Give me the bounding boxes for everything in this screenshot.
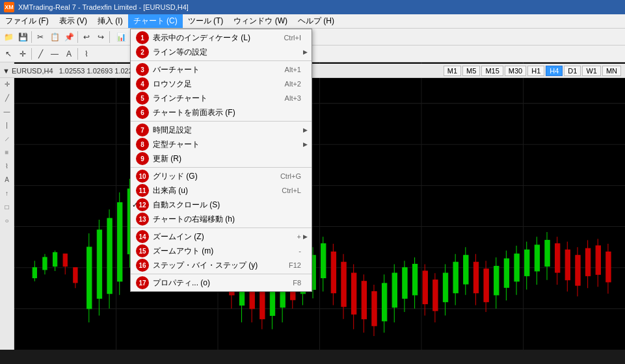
menu-item-zoom-out[interactable]: 15 ズームアウト (m) - — [131, 244, 312, 258]
menu-help[interactable]: ヘルプ (H) — [293, 14, 339, 28]
badge-14: 14 — [136, 230, 149, 243]
item-label-2: ライン等の設定 — [153, 47, 301, 58]
menu-item-indicators[interactable]: 1 表示中のインディケータ (L) Ctrl+I — [131, 31, 312, 45]
menu-view[interactable]: 表示 (V) — [54, 14, 92, 28]
badge-8: 8 — [136, 138, 149, 151]
menu-item-foreground[interactable]: 6 チャートを前面表示 (F) — [131, 105, 312, 120]
window-title: XMTrading-Real 7 - Tradexfin Limited - [… — [18, 3, 189, 11]
item-label-6: チャートを前面表示 (F) — [153, 107, 301, 118]
item-label-15: ズームアウト (m) — [153, 246, 299, 257]
shortcut-3: Alt+1 — [285, 66, 301, 73]
menu-item-scroll-right[interactable]: 13 チャートの右端移動 (h) — [131, 212, 312, 226]
badge-12: 12 — [136, 198, 149, 211]
item-label-14: ズームイン (Z) — [153, 231, 297, 242]
item-label-13: チャートの右端移動 (h) — [153, 214, 301, 225]
menu-bar: ファイル (F) 表示 (V) 挿入 (I) チャート (C) ツール (T) … — [0, 14, 625, 29]
sep-5 — [131, 274, 312, 274]
menu-item-volume[interactable]: 11 出来高 (u) Ctrl+L — [131, 183, 312, 198]
badge-6: 6 — [136, 106, 149, 119]
menu-item-line-chart[interactable]: 5 ラインチャート Alt+3 — [131, 91, 312, 105]
sep-2 — [131, 121, 312, 122]
shortcut-15: - — [299, 247, 301, 255]
menu-chart[interactable]: チャート (C) — [128, 14, 183, 28]
item-label-3: バーチャート — [153, 64, 285, 75]
chart-dropdown-menu: 1 表示中のインディケータ (L) Ctrl+I 2 ライン等の設定 3 バーチ… — [130, 29, 312, 292]
item-label-7: 時間足設定 — [153, 125, 301, 136]
item-label-5: ラインチャート — [153, 93, 285, 104]
item-label-9: 更新 (R) — [153, 153, 301, 164]
shortcut-1: Ctrl+I — [284, 34, 301, 42]
menu-item-grid[interactable]: 10 グリッド (G) Ctrl+G — [131, 169, 312, 183]
shortcut-10: Ctrl+G — [280, 172, 301, 180]
sep-3 — [131, 167, 312, 168]
item-label-8: 定型チャート — [153, 139, 301, 150]
item-label-12: 自動スクロール (S) — [153, 200, 301, 211]
shortcut-4: Alt+2 — [285, 80, 301, 88]
item-label-4: ロウソク足 — [153, 79, 285, 90]
menu-insert[interactable]: 挿入 (I) — [92, 14, 128, 28]
shortcut-5: Alt+3 — [285, 94, 301, 102]
badge-10: 10 — [136, 170, 149, 183]
menu-overlay[interactable] — [0, 29, 625, 364]
item-label-1: 表示中のインディケータ (L) — [153, 32, 284, 44]
menu-window[interactable]: ウィンドウ (W) — [228, 14, 293, 28]
sep-4 — [131, 228, 312, 228]
menu-item-template[interactable]: 8 定型チャート — [131, 137, 312, 151]
menu-item-autoscroll[interactable]: 12 自動スクロール (S) — [131, 198, 312, 212]
app-logo: XM — [4, 2, 14, 12]
shortcut-17: F8 — [293, 279, 301, 287]
menu-item-properties[interactable]: 17 プロパティ... (o) F8 — [131, 276, 312, 290]
item-label-10: グリッド (G) — [153, 171, 280, 182]
badge-3: 3 — [136, 63, 149, 76]
title-bar: XM XMTrading-Real 7 - Tradexfin Limited … — [0, 0, 625, 14]
menu-item-bar[interactable]: 3 バーチャート Alt+1 — [131, 62, 312, 77]
item-label-17: プロパティ... (o) — [153, 278, 293, 289]
shortcut-11: Ctrl+L — [282, 187, 301, 194]
badge-5: 5 — [136, 92, 149, 105]
sep-1 — [131, 60, 312, 61]
shortcut-14: + — [297, 233, 301, 240]
item-label-11: 出来高 (u) — [153, 185, 282, 196]
badge-1: 1 — [136, 31, 149, 44]
menu-item-candlestick[interactable]: 4 ロウソク足 Alt+2 — [131, 77, 312, 91]
badge-11: 11 — [136, 184, 149, 197]
badge-7: 7 — [136, 124, 149, 136]
badge-13: 13 — [136, 213, 149, 226]
badge-17: 17 — [136, 276, 149, 289]
menu-item-step[interactable]: 16 ステップ・バイ・ステップ (y) F12 — [131, 258, 312, 272]
menu-item-line-settings[interactable]: 2 ライン等の設定 — [131, 45, 312, 59]
menu-item-refresh[interactable]: 9 更新 (R) — [131, 151, 312, 166]
badge-16: 16 — [136, 259, 149, 272]
badge-15: 15 — [136, 244, 149, 257]
shortcut-16: F12 — [289, 261, 301, 269]
menu-file[interactable]: ファイル (F) — [0, 14, 54, 28]
badge-4: 4 — [136, 77, 149, 90]
badge-2: 2 — [136, 46, 149, 58]
item-label-16: ステップ・バイ・ステップ (y) — [153, 260, 289, 271]
menu-item-timeframe[interactable]: 7 時間足設定 — [131, 123, 312, 137]
badge-9: 9 — [136, 152, 149, 165]
menu-tools[interactable]: ツール (T) — [183, 14, 229, 28]
menu-item-zoom-in[interactable]: 14 ズームイン (Z) + — [131, 229, 312, 244]
